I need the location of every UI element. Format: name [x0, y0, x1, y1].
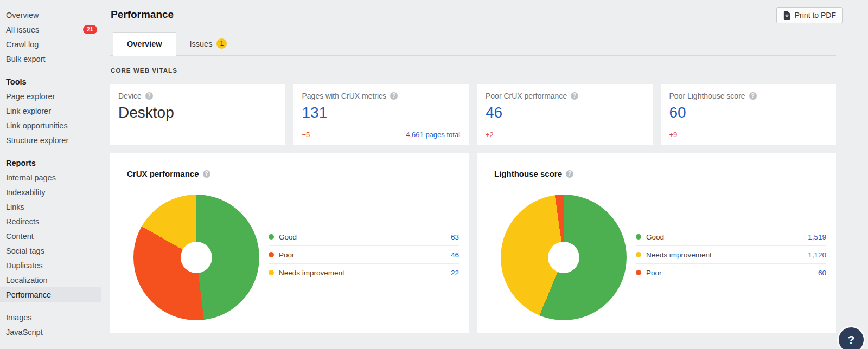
tab-label: Overview — [127, 40, 162, 48]
crux-legend: Good 63 Poor 46 Needs improvement 22 — [269, 228, 459, 281]
sidebar-item-link-opportunities[interactable]: Link opportunities — [0, 118, 101, 133]
chart-cards-row: CrUX performance ? Good 63 Poor 46 Needs… — [110, 153, 836, 333]
sidebar-item-crawl-log[interactable]: Crawl log — [0, 37, 101, 51]
crux-donut-chart[interactable] — [133, 195, 259, 320]
help-icon[interactable]: ? — [145, 92, 153, 100]
legend-value-link[interactable]: 63 — [451, 233, 459, 241]
legend-label: Good — [646, 233, 664, 241]
tab-label: Issues — [190, 40, 213, 48]
stat-card-poor-crux: Poor CrUX performance ? 46 +2 — [477, 84, 653, 145]
tab-bar: Overview Issues 1 — [110, 32, 836, 56]
good-dot-icon — [636, 234, 641, 240]
sidebar-item-social-tags[interactable]: Social tags — [0, 243, 101, 258]
donut-hole — [181, 242, 212, 273]
pages-with-crux-value[interactable]: 131 — [302, 104, 461, 121]
sidebar-item-performance[interactable]: Performance — [0, 287, 101, 302]
chart-title: CrUX performance — [127, 169, 199, 178]
sidebar-item-all-issues[interactable]: All issues 21 — [0, 22, 101, 37]
poor-lighthouse-value[interactable]: 60 — [669, 104, 828, 121]
legend-row-poor: Poor 60 — [636, 263, 826, 281]
sidebar-item-localization[interactable]: Localization — [0, 273, 101, 287]
help-icon[interactable]: ? — [571, 92, 578, 100]
lighthouse-donut-chart[interactable] — [501, 195, 627, 320]
help-icon[interactable]: ? — [749, 92, 757, 100]
stat-card-label: Pages with CrUX metrics — [302, 92, 387, 100]
all-issues-count-badge: 21 — [83, 25, 97, 34]
needs-improvement-dot-icon — [636, 252, 641, 257]
needs-improvement-dot-icon — [269, 270, 274, 275]
legend-label: Needs improvement — [646, 251, 712, 259]
lighthouse-legend: Good 1,519 Needs improvement 1,120 Poor … — [636, 228, 826, 281]
stat-card-poor-lighthouse: Poor Lighthouse score ? 60 +9 — [661, 84, 837, 145]
sidebar-item-structure-explorer[interactable]: Structure explorer — [0, 133, 101, 147]
legend-label: Needs improvement — [279, 269, 344, 277]
legend-row-good: Good 63 — [269, 228, 459, 245]
legend-value-link[interactable]: 46 — [451, 251, 459, 259]
print-to-pdf-button[interactable]: Print to PDF — [776, 7, 843, 23]
sidebar-section-tools: Tools — [0, 74, 101, 89]
delta-badge: −5 — [302, 131, 310, 139]
legend-row-needs-improvement: Needs improvement 22 — [269, 263, 459, 281]
question-mark-icon: ? — [848, 333, 855, 346]
lighthouse-score-chart-card: Lighthouse score ? Good 1,519 Needs impr… — [477, 153, 836, 333]
poor-crux-value[interactable]: 46 — [486, 104, 644, 121]
sidebar-item-content[interactable]: Content — [0, 229, 101, 243]
sidebar-item-images[interactable]: Images — [0, 310, 101, 325]
stat-cards-row: Device ? Desktop Pages with CrUX metrics… — [110, 84, 836, 145]
sidebar-item-duplicates[interactable]: Duplicates — [0, 258, 101, 273]
poor-dot-icon — [269, 252, 274, 257]
stat-card-label: Device — [118, 92, 142, 100]
legend-value-link[interactable]: 1,519 — [808, 233, 826, 241]
legend-row-good: Good 1,519 — [636, 228, 826, 245]
sidebar-item-overview[interactable]: Overview — [0, 8, 101, 22]
stat-card-pages-with-crux: Pages with CrUX metrics ? 131 −5 4,661 p… — [293, 84, 469, 145]
delta-badge: +9 — [669, 131, 678, 139]
page-title: Performance — [111, 9, 174, 21]
pages-total-link[interactable]: 4,661 pages total — [406, 131, 460, 139]
stat-card-label: Poor Lighthouse score — [669, 92, 745, 100]
crux-performance-chart-card: CrUX performance ? Good 63 Poor 46 Needs… — [110, 153, 469, 333]
sidebar-item-bulk-export[interactable]: Bulk export — [0, 51, 101, 66]
stat-card-label: Poor CrUX performance — [486, 92, 567, 100]
legend-row-needs-improvement: Needs improvement 1,120 — [636, 245, 826, 263]
help-icon[interactable]: ? — [203, 170, 210, 178]
sidebar-item-javascript[interactable]: JavaScript — [0, 325, 101, 339]
sidebar-section-reports: Reports — [0, 156, 101, 170]
core-web-vitals-section-label: CORE WEB VITALS — [111, 67, 177, 74]
legend-label: Good — [279, 233, 297, 241]
sidebar-item-page-explorer[interactable]: Page explorer — [0, 89, 101, 104]
legend-label: Poor — [279, 251, 295, 259]
help-icon[interactable]: ? — [566, 170, 573, 178]
issues-count-badge: 1 — [216, 38, 227, 49]
help-icon[interactable]: ? — [390, 92, 398, 100]
delta-badge: +2 — [486, 131, 494, 139]
help-button[interactable]: ? — [839, 327, 864, 349]
print-pdf-icon — [783, 11, 791, 20]
sidebar-item-internal-pages[interactable]: Internal pages — [0, 170, 101, 185]
tab-issues[interactable]: Issues 1 — [176, 32, 241, 55]
legend-value-link[interactable]: 22 — [451, 269, 459, 277]
legend-label: Poor — [646, 269, 662, 277]
sidebar-item-indexability[interactable]: Indexability — [0, 185, 101, 199]
sidebar-item-links[interactable]: Links — [0, 199, 101, 214]
legend-value-link[interactable]: 1,120 — [808, 251, 826, 259]
print-button-label: Print to PDF — [795, 11, 836, 20]
good-dot-icon — [269, 234, 274, 240]
chart-title: Lighthouse score — [494, 169, 562, 178]
sidebar-item-label: All issues — [6, 25, 39, 34]
legend-row-poor: Poor 46 — [269, 245, 459, 263]
sidebar-item-link-explorer[interactable]: Link explorer — [0, 104, 101, 118]
sidebar-item-redirects[interactable]: Redirects — [0, 214, 101, 229]
stat-card-device: Device ? Desktop — [110, 84, 285, 145]
tab-overview[interactable]: Overview — [113, 32, 176, 56]
poor-dot-icon — [636, 270, 641, 275]
legend-value-link[interactable]: 60 — [818, 269, 826, 277]
donut-hole — [548, 242, 579, 273]
sidebar: Overview All issues 21 Crawl log Bulk ex… — [0, 0, 103, 349]
device-value: Desktop — [118, 104, 277, 121]
